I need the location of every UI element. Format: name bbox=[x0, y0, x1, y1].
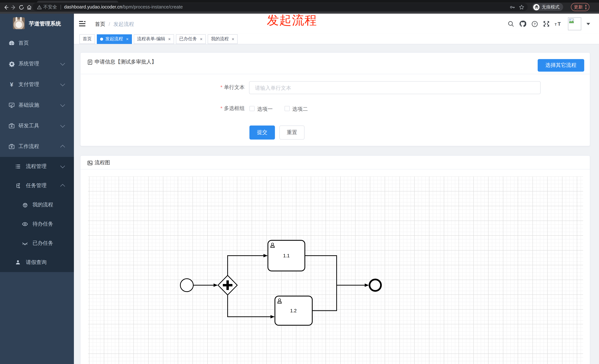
task-2-label: 1.2 bbox=[290, 308, 297, 313]
browser-menu-icon[interactable] bbox=[585, 5, 586, 9]
yen-icon: ¥ bbox=[9, 81, 15, 88]
edge-task1-to-merge bbox=[305, 256, 337, 285]
tab-create-process[interactable]: 发起流程 × bbox=[97, 34, 132, 44]
breadcrumb-home[interactable]: 首页 bbox=[95, 21, 105, 28]
browser-update-button[interactable]: 更新 bbox=[571, 3, 589, 11]
briefcase-icon bbox=[9, 123, 15, 129]
close-icon[interactable]: × bbox=[232, 36, 234, 42]
app-title: 芋道管理系统 bbox=[29, 20, 61, 27]
sidebar-item-my-process[interactable]: 我的流程 bbox=[0, 195, 74, 214]
user-icon bbox=[15, 259, 21, 266]
home-button[interactable] bbox=[26, 4, 33, 11]
sidebar-item-leave-query[interactable]: 请假查询 bbox=[0, 253, 74, 272]
bpmn-canvas: 1.1 1.2 bbox=[88, 177, 583, 364]
task-1-label: 1.1 bbox=[283, 253, 290, 258]
sidebar-item-label: 待办任务 bbox=[33, 221, 53, 227]
reload-button[interactable] bbox=[18, 4, 25, 11]
reset-button[interactable]: 重置 bbox=[279, 126, 305, 140]
flow-card-title: 流程图 bbox=[95, 160, 110, 166]
flow-diagram-card: 流程图 bbox=[80, 155, 590, 364]
sidebar-item-label: 研发工具 bbox=[18, 123, 39, 129]
search-icon[interactable] bbox=[508, 21, 514, 27]
sidebar-fold-button[interactable] bbox=[79, 21, 85, 26]
bookmark-star-icon[interactable] bbox=[519, 4, 524, 10]
checkbox-group-label: *多选框组 bbox=[189, 105, 245, 112]
tab-home[interactable]: 首页 bbox=[79, 34, 95, 44]
avatar[interactable] bbox=[568, 17, 581, 30]
edge-task2-to-merge bbox=[312, 285, 337, 311]
breadcrumb-separator: / bbox=[109, 21, 110, 28]
gear-icon bbox=[9, 61, 15, 67]
briefcase-icon bbox=[9, 144, 15, 150]
tab-label: 已办任务 bbox=[179, 36, 197, 42]
incognito-badge: 无痕模式 bbox=[532, 3, 563, 11]
topbar: 首页 / 发起流程 ? TT bbox=[74, 14, 599, 34]
svg-text:T: T bbox=[555, 23, 557, 26]
update-label: 更新 bbox=[574, 4, 583, 10]
url-domain: dashboard.yudao.iocoder.cn bbox=[64, 4, 122, 10]
page-content: 申请信息【测试多审批人】 选择其它流程 *单行文本 *多选框组 选项一 选项二 … bbox=[74, 44, 599, 364]
browser-tab[interactable] bbox=[37, 1, 118, 3]
single-line-input[interactable] bbox=[249, 81, 541, 94]
font-size-icon[interactable]: TT bbox=[555, 21, 563, 27]
sidebar-item-infra[interactable]: 基础设施 bbox=[0, 95, 74, 116]
url-bar[interactable]: 不安全 dashboard.yudao.iocoder.cn/bpm/proce… bbox=[33, 3, 528, 11]
svg-text:?: ? bbox=[534, 22, 536, 26]
sidebar-item-payment[interactable]: ¥ 支付管理 bbox=[0, 74, 74, 95]
sidebar: 芋道管理系统 首页 系统管理 ¥ 支付管理 基础设施 bbox=[0, 14, 74, 364]
apply-card-header: 申请信息【测试多审批人】 选择其它流程 bbox=[80, 53, 590, 74]
sidebar-item-system[interactable]: 系统管理 bbox=[0, 53, 74, 74]
sidebar-item-task-mgmt[interactable]: 任务管理 bbox=[0, 176, 74, 195]
checkbox-option-1[interactable] bbox=[249, 106, 255, 111]
tab-form-edit[interactable]: 流程表单-编辑 × bbox=[134, 34, 174, 44]
incognito-label: 无痕模式 bbox=[542, 4, 559, 10]
forward-button[interactable] bbox=[10, 4, 17, 11]
fold-icon bbox=[79, 21, 85, 26]
active-dot bbox=[100, 37, 103, 40]
help-icon[interactable]: ? bbox=[531, 20, 538, 27]
checkbox-option-2-label: 选项二 bbox=[292, 106, 308, 113]
eye-closed-icon bbox=[22, 240, 28, 246]
back-button[interactable] bbox=[2, 4, 9, 11]
app-logo-row[interactable]: 芋道管理系统 bbox=[0, 17, 74, 33]
tab-label: 我的流程 bbox=[211, 36, 229, 42]
submit-button[interactable]: 提交 bbox=[249, 126, 275, 140]
sidebar-item-workflow[interactable]: 工作流程 bbox=[0, 136, 74, 157]
sidebar-item-label: 支付管理 bbox=[18, 81, 39, 88]
main-area: 首页 / 发起流程 ? TT 首页 发起流程 bbox=[74, 14, 599, 364]
security-chip[interactable]: 不安全 bbox=[37, 4, 57, 10]
avatar-caret-icon[interactable] bbox=[586, 23, 590, 25]
security-label: 不安全 bbox=[43, 4, 57, 10]
workflow-submenu: 流程管理 任务管理 我的流程 待办任务 bbox=[0, 157, 74, 272]
tags-view-bar: 首页 发起流程 × 流程表单-编辑 × 已办任务 × 我的流程 × bbox=[74, 34, 599, 44]
choose-other-process-button[interactable]: 选择其它流程 bbox=[538, 59, 584, 72]
sidebar-item-done-tasks[interactable]: 已办任务 bbox=[0, 234, 74, 253]
sidebar-item-todo-tasks[interactable]: 待办任务 bbox=[0, 214, 74, 234]
password-key-icon[interactable] bbox=[510, 4, 515, 10]
sidebar-item-label: 我的流程 bbox=[33, 202, 53, 208]
bpmn-start-event bbox=[180, 279, 193, 292]
fullscreen-icon[interactable] bbox=[543, 21, 549, 27]
eye-icon bbox=[22, 221, 28, 227]
sidebar-item-devtools[interactable]: 研发工具 bbox=[0, 116, 74, 136]
checkbox-option-2[interactable] bbox=[284, 106, 290, 111]
tab-my-process[interactable]: 我的流程 × bbox=[208, 34, 238, 44]
screen: 不安全 dashboard.yudao.iocoder.cn/bpm/proce… bbox=[0, 0, 599, 364]
close-icon[interactable]: × bbox=[168, 36, 171, 42]
checkbox-option-1-label: 选项一 bbox=[257, 106, 273, 113]
broken-image-icon bbox=[569, 18, 574, 23]
github-icon[interactable] bbox=[519, 20, 526, 27]
forward-icon bbox=[10, 4, 17, 10]
bpmn-end-event bbox=[370, 279, 381, 291]
tab-done-tasks[interactable]: 已办任务 × bbox=[176, 34, 206, 44]
document-icon bbox=[87, 59, 93, 65]
close-icon[interactable]: × bbox=[126, 36, 129, 42]
breadcrumb-current: 发起流程 bbox=[114, 21, 134, 28]
dashboard-icon bbox=[9, 40, 15, 46]
url-divider bbox=[61, 5, 61, 9]
chevron-down-icon bbox=[60, 61, 65, 66]
sidebar-item-process-mgmt[interactable]: 流程管理 bbox=[0, 157, 74, 176]
close-icon[interactable]: × bbox=[200, 36, 203, 42]
chevron-down-icon bbox=[60, 82, 65, 86]
sidebar-item-home[interactable]: 首页 bbox=[0, 33, 74, 53]
